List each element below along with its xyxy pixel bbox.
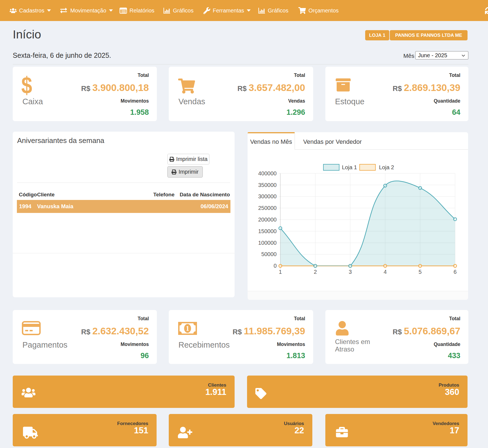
svg-text:50000: 50000 <box>261 251 277 257</box>
svg-text:5: 5 <box>419 269 422 275</box>
svg-text:Loja 1: Loja 1 <box>342 164 357 170</box>
svg-text:350000: 350000 <box>258 182 277 188</box>
svg-text:3: 3 <box>349 269 352 275</box>
svg-text:400000: 400000 <box>258 170 277 176</box>
svg-text:1: 1 <box>186 325 190 332</box>
svg-text:100000: 100000 <box>258 240 277 246</box>
svg-text:250000: 250000 <box>258 205 277 211</box>
svg-text:300000: 300000 <box>258 193 277 199</box>
svg-text:Loja 2: Loja 2 <box>379 164 394 170</box>
svg-text:0: 0 <box>274 263 277 269</box>
svg-text:6: 6 <box>453 269 456 275</box>
svg-text:200000: 200000 <box>258 217 277 223</box>
svg-text:1: 1 <box>279 269 282 275</box>
svg-text:4: 4 <box>384 269 387 275</box>
svg-text:150000: 150000 <box>258 228 277 234</box>
svg-text:2: 2 <box>314 269 317 275</box>
